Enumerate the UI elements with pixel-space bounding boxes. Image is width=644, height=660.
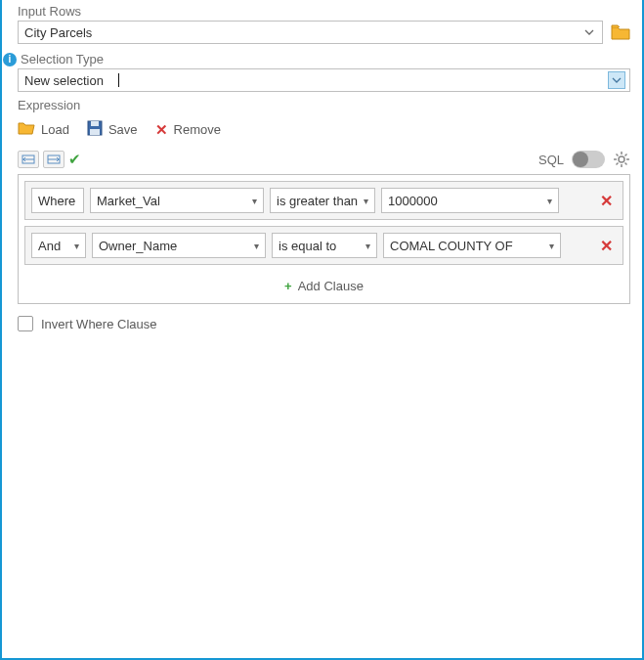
load-button[interactable]: Load	[18, 121, 69, 138]
expression-builder: Where Market_Val ▾ is greater than ▾ 100…	[18, 174, 630, 304]
clause-value-text: 1000000	[388, 194, 545, 208]
invert-where-checkbox[interactable]	[18, 316, 33, 331]
clause-value-text: COMAL COUNTY OF	[390, 239, 547, 253]
add-clause-button[interactable]: +Add Clause	[24, 271, 623, 297]
expression-view-button-1[interactable]	[18, 151, 39, 168]
chevron-down-icon: ▾	[547, 241, 556, 251]
folder-open-icon	[18, 121, 35, 138]
plus-icon: +	[284, 279, 292, 293]
remove-x-icon: ✕	[155, 121, 168, 139]
browse-folder-button[interactable]	[611, 24, 630, 40]
input-rows-label: Input Rows	[18, 4, 630, 19]
clause-value-dropdown[interactable]: COMAL COUNTY OF ▾	[383, 233, 561, 258]
conjunction-text: And	[38, 239, 72, 253]
chevron-down-icon: ▾	[364, 241, 372, 251]
add-clause-label: Add Clause	[298, 279, 364, 293]
chevron-down-icon: ▾	[250, 196, 259, 206]
selection-type-combo[interactable]: New selection	[18, 68, 630, 92]
remove-button[interactable]: ✕ Remove	[155, 121, 221, 139]
conjunction-dropdown[interactable]: And ▾	[31, 233, 86, 258]
clause-row: And ▾ Owner_Name ▾ is equal to ▾ COMAL C…	[24, 226, 623, 265]
sql-label: SQL	[538, 153, 564, 167]
clause-field-text: Owner_Name	[99, 239, 252, 253]
input-rows-value: City Parcels	[24, 25, 580, 40]
clause-operator-dropdown[interactable]: is equal to ▾	[272, 233, 377, 258]
clause-operator-dropdown[interactable]: is greater than ▾	[270, 188, 375, 213]
svg-line-12	[617, 154, 619, 156]
clause-operator-text: is equal to	[279, 239, 364, 253]
gear-icon[interactable]	[613, 151, 630, 168]
svg-rect-2	[90, 129, 100, 135]
save-disk-icon	[87, 120, 103, 139]
chevron-down-icon: ▾	[362, 196, 370, 206]
clause-row: Where Market_Val ▾ is greater than ▾ 100…	[24, 181, 623, 220]
chevron-down-icon	[580, 23, 598, 41]
clause-field-dropdown[interactable]: Owner_Name ▾	[92, 233, 266, 258]
chevron-down-icon: ▾	[72, 241, 81, 251]
sql-toggle[interactable]	[572, 151, 605, 168]
svg-line-14	[625, 154, 627, 156]
svg-rect-1	[91, 121, 99, 126]
where-text: Where	[38, 194, 79, 208]
expression-label-text: Expression	[18, 98, 80, 112]
clause-value-dropdown[interactable]: 1000000 ▾	[381, 188, 559, 213]
svg-line-13	[625, 163, 627, 165]
chevron-down-icon: ▾	[545, 196, 554, 206]
clause-field-text: Market_Val	[97, 194, 250, 208]
save-button[interactable]: Save	[87, 120, 138, 139]
input-rows-combo[interactable]: City Parcels	[18, 21, 603, 44]
chevron-down-icon	[608, 71, 625, 89]
selection-type-label: i Selection Type	[18, 52, 630, 66]
load-label: Load	[41, 122, 69, 137]
where-label-box: Where	[31, 188, 84, 213]
input-rows-label-text: Input Rows	[18, 4, 81, 19]
svg-line-15	[617, 163, 619, 165]
chevron-down-icon: ▾	[252, 241, 261, 251]
selection-type-label-text: Selection Type	[21, 52, 104, 66]
svg-point-7	[619, 156, 624, 162]
delete-clause-button[interactable]: ✕	[596, 192, 617, 210]
expression-view-button-2[interactable]	[43, 151, 64, 168]
expression-label: Expression	[18, 98, 630, 112]
remove-label: Remove	[174, 122, 221, 137]
delete-clause-button[interactable]: ✕	[596, 237, 617, 255]
validate-check-icon[interactable]: ✔	[68, 151, 81, 168]
clause-operator-text: is greater than	[277, 194, 362, 208]
info-icon: i	[3, 53, 17, 66]
clause-field-dropdown[interactable]: Market_Val ▾	[90, 188, 264, 213]
invert-where-label: Invert Where Clause	[41, 317, 157, 331]
selection-type-value: New selection	[24, 73, 608, 88]
save-label: Save	[108, 122, 138, 137]
